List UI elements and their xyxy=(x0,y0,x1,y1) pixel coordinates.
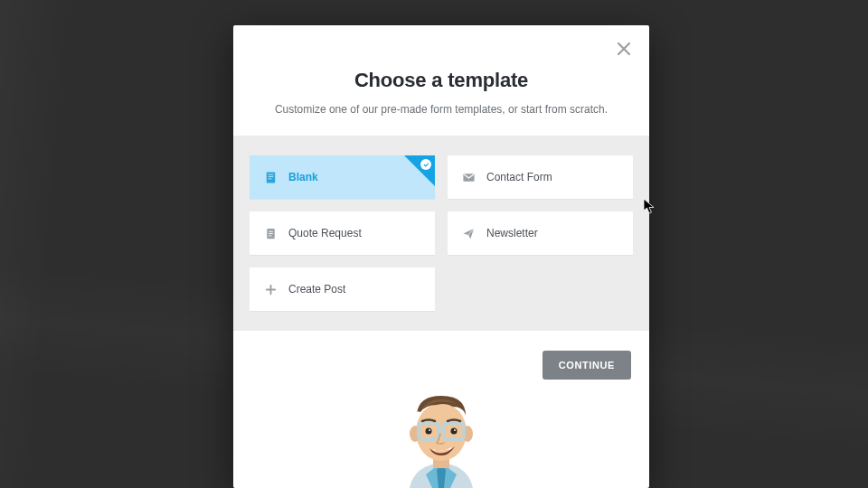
template-option-contact-form[interactable]: Contact Form xyxy=(448,155,633,199)
svg-point-17 xyxy=(451,428,458,435)
paper-plane-icon xyxy=(460,225,476,241)
svg-point-19 xyxy=(454,429,456,431)
svg-point-10 xyxy=(416,403,467,461)
modal-header: Choose a template Customize one of our p… xyxy=(233,25,649,136)
plus-icon xyxy=(262,281,278,297)
continue-button[interactable]: CONTINUE xyxy=(542,351,631,380)
template-label: Contact Form xyxy=(486,171,552,183)
svg-rect-7 xyxy=(269,233,273,234)
check-icon xyxy=(420,159,431,170)
mouse-cursor xyxy=(643,198,656,214)
svg-rect-3 xyxy=(268,178,271,179)
template-option-create-post[interactable]: Create Post xyxy=(250,267,435,311)
template-label: Blank xyxy=(288,171,318,183)
template-label: Create Post xyxy=(288,283,345,296)
selected-corner xyxy=(404,155,435,186)
svg-rect-1 xyxy=(268,174,273,174)
mascot-character xyxy=(382,389,500,488)
close-button[interactable] xyxy=(615,42,633,60)
modal-subtitle: Customize one of our pre-made form templ… xyxy=(260,103,622,116)
template-option-blank[interactable]: Blank xyxy=(250,155,435,199)
svg-rect-0 xyxy=(266,172,274,183)
svg-point-18 xyxy=(429,429,430,431)
template-label: Quote Request xyxy=(288,227,362,239)
template-label: Newsletter xyxy=(486,227,538,239)
close-icon xyxy=(618,42,630,59)
choose-template-modal: Choose a template Customize one of our p… xyxy=(233,25,649,488)
svg-rect-8 xyxy=(269,235,271,236)
clipboard-icon xyxy=(262,225,278,241)
template-option-quote-request[interactable]: Quote Request xyxy=(250,211,435,255)
svg-rect-2 xyxy=(268,176,273,177)
modal-title: Choose a template xyxy=(260,69,622,92)
svg-rect-6 xyxy=(269,230,273,231)
mail-icon xyxy=(460,169,476,185)
template-grid: Blank Contact Form Quote Request Newslet… xyxy=(233,136,649,331)
document-icon xyxy=(262,169,278,185)
template-option-newsletter[interactable]: Newsletter xyxy=(448,211,633,255)
svg-point-16 xyxy=(426,428,432,435)
